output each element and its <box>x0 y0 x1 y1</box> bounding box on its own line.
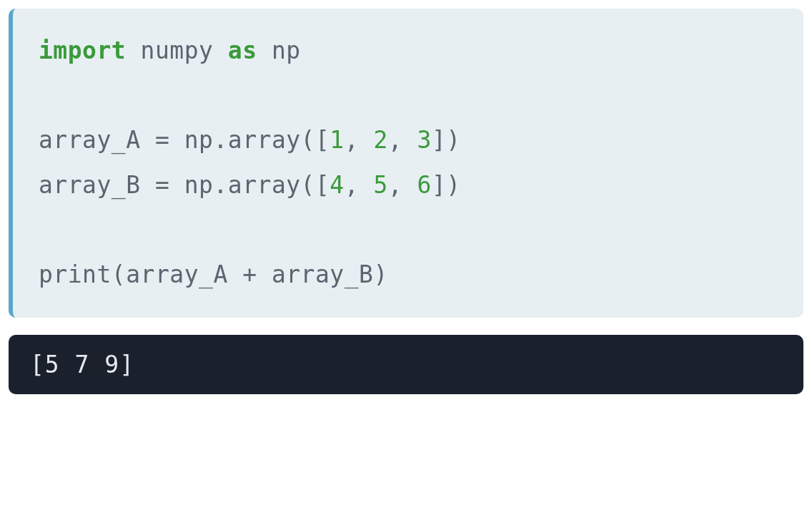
code-text: array_A = np.array([ <box>39 126 330 154</box>
output-block: [5 7 9] <box>9 335 803 394</box>
output-content: [5 7 9] <box>30 351 782 378</box>
number-literal: 2 <box>373 126 387 154</box>
code-text: , <box>345 171 374 199</box>
number-literal: 5 <box>373 171 387 199</box>
code-text: print(array_A + array_B) <box>39 260 388 288</box>
code-text: ]) <box>432 126 461 154</box>
code-text: np <box>257 36 301 64</box>
code-text: array_B = np.array([ <box>39 171 330 199</box>
number-literal: 3 <box>417 126 432 154</box>
number-literal: 6 <box>417 171 432 199</box>
code-text: numpy <box>126 36 228 64</box>
code-text: ]) <box>432 171 461 199</box>
code-content: import numpy as np array_A = np.array([1… <box>39 29 781 298</box>
code-block: import numpy as np array_A = np.array([1… <box>9 9 803 318</box>
code-text: , <box>388 171 417 199</box>
code-text: , <box>388 126 417 154</box>
number-literal: 4 <box>330 171 344 199</box>
keyword-as: as <box>228 36 257 64</box>
number-literal: 1 <box>330 126 344 154</box>
keyword-import: import <box>39 36 126 64</box>
code-text: , <box>345 126 374 154</box>
